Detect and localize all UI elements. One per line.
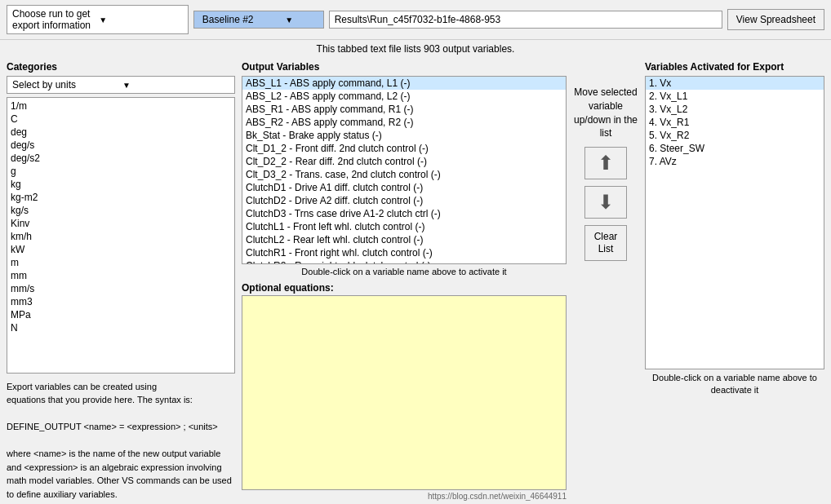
- optional-equations-label: Optional equations:: [242, 279, 567, 295]
- output-variable-item[interactable]: Clt_D2_2 - Rear diff. 2nd clutch control…: [242, 155, 566, 168]
- bottom-left-text: Export variables can be created using eq…: [7, 380, 235, 502]
- category-item[interactable]: deg: [7, 126, 234, 139]
- run-selector-label: Choose run to get export information: [12, 8, 96, 31]
- run-selector-arrow: ▼: [99, 15, 182, 24]
- category-item[interactable]: mm/s: [7, 282, 234, 295]
- move-panel: Move selected variable up/down in the li…: [573, 61, 638, 501]
- category-item[interactable]: Kinv: [7, 217, 234, 230]
- category-item[interactable]: km/h: [7, 230, 234, 243]
- output-variable-item[interactable]: Clt_D1_2 - Front diff. 2nd clutch contro…: [242, 142, 566, 155]
- categories-list: 1/mCdegdeg/sdeg/s2gkgkg-m2kg/sKinvkm/hkW…: [7, 97, 235, 374]
- category-item[interactable]: kg-m2: [7, 191, 234, 204]
- category-item[interactable]: deg/s2: [7, 152, 234, 165]
- category-item[interactable]: kg: [7, 178, 234, 191]
- activated-variable-item[interactable]: 1. Vx: [646, 77, 824, 90]
- category-item[interactable]: g: [7, 165, 234, 178]
- deactivate-hint: Double-click on a variable name above to…: [645, 369, 824, 400]
- output-variable-item[interactable]: ABS_L1 - ABS apply command, L1 (-): [242, 77, 566, 90]
- categories-dropdown-arrow: ▼: [122, 81, 229, 90]
- output-vars-hint: Double-click on a variable name above to…: [242, 264, 567, 279]
- run-selector[interactable]: Choose run to get export information ▼: [7, 5, 189, 34]
- baseline-selector[interactable]: Baseline #2 ▼: [193, 11, 324, 29]
- content-area: Categories Select by units ▼ 1/mCdegdeg/…: [0, 58, 831, 504]
- output-variable-item[interactable]: Bk_Stat - Brake apply status (-): [242, 129, 566, 142]
- categories-dropdown[interactable]: Select by units ▼: [7, 76, 235, 94]
- middle-panel: Output Variables ABS_L1 - ABS apply comm…: [242, 61, 567, 501]
- categories-dropdown-label: Select by units: [12, 79, 119, 91]
- category-item[interactable]: N: [7, 321, 234, 334]
- category-item[interactable]: mm3: [7, 295, 234, 308]
- category-item[interactable]: MPa: [7, 308, 234, 321]
- output-variable-item[interactable]: ClutchD1 - Drive A1 diff. clutch control…: [242, 181, 566, 194]
- baseline-label: Baseline #2: [199, 14, 257, 25]
- up-arrow-icon: ⬆: [598, 152, 614, 175]
- clear-list-button[interactable]: ClearList: [584, 225, 627, 261]
- output-variable-item[interactable]: ClutchL1 - Front left whl. clutch contro…: [242, 220, 566, 233]
- output-variables-title: Output Variables: [242, 61, 567, 73]
- activated-variable-item[interactable]: 6. Steer_SW: [646, 142, 824, 155]
- output-variable-item[interactable]: ABS_R2 - ABS apply command, R2 (-): [242, 116, 566, 129]
- output-variable-item[interactable]: ABS_L2 - ABS apply command, L2 (-): [242, 90, 566, 103]
- output-variable-item[interactable]: ClutchL2 - Rear left whl. clutch control…: [242, 233, 566, 246]
- move-up-button[interactable]: ⬆: [584, 147, 627, 179]
- activated-variable-item[interactable]: 3. Vx_L2: [646, 103, 824, 116]
- results-path: Results\Run_c45f7032-b1fe-4868-953: [329, 11, 722, 29]
- category-item[interactable]: kW: [7, 243, 234, 256]
- output-variable-item[interactable]: ABS_R1 - ABS apply command, R1 (-): [242, 103, 566, 116]
- category-item[interactable]: deg/s: [7, 139, 234, 152]
- right-panel: Variables Activated for Export 1. Vx2. V…: [645, 61, 824, 501]
- scrollbar-hint: https://blog.csdn.net/weixin_46644911: [242, 490, 567, 501]
- main-container: Choose run to get export information ▼ B…: [0, 0, 831, 504]
- move-label: Move selected variable up/down in the li…: [573, 86, 638, 140]
- output-variable-item[interactable]: ClutchR1 - Front right whl. clutch contr…: [242, 246, 566, 259]
- move-down-button[interactable]: ⬇: [584, 186, 627, 219]
- optional-equations-input[interactable]: [242, 295, 567, 490]
- output-variable-item[interactable]: ClutchD3 - Trns case drive A1-2 clutch c…: [242, 207, 566, 220]
- activated-vars-title: Variables Activated for Export: [645, 61, 824, 73]
- activated-vars-list: 1. Vx2. Vx_L13. Vx_L24. Vx_R15. Vx_R26. …: [645, 76, 824, 369]
- category-item[interactable]: kg/s: [7, 204, 234, 217]
- activated-variable-item[interactable]: 7. AVz: [646, 155, 824, 168]
- category-item[interactable]: mm: [7, 269, 234, 282]
- activated-variable-item[interactable]: 5. Vx_R2: [646, 129, 824, 142]
- activated-variable-item[interactable]: 4. Vx_R1: [646, 116, 824, 129]
- top-bar: Choose run to get export information ▼ B…: [0, 0, 831, 40]
- view-spreadsheet-button[interactable]: View Spreadsheet: [727, 9, 824, 30]
- activated-variable-item[interactable]: 2. Vx_L1: [646, 90, 824, 103]
- left-panel: Categories Select by units ▼ 1/mCdegdeg/…: [7, 61, 235, 501]
- baseline-arrow: ▼: [260, 15, 318, 24]
- category-item[interactable]: C: [7, 113, 234, 126]
- output-variable-item[interactable]: Clt_D3_2 - Trans. case, 2nd clutch contr…: [242, 168, 566, 181]
- category-item[interactable]: m: [7, 256, 234, 269]
- categories-title: Categories: [7, 61, 235, 73]
- down-arrow-icon: ⬇: [598, 191, 614, 214]
- output-variable-item[interactable]: ClutchD2 - Drive A2 diff. clutch control…: [242, 194, 566, 207]
- category-item[interactable]: 1/m: [7, 99, 234, 113]
- subtitle: This tabbed text file lists 903 output v…: [0, 40, 831, 58]
- output-variables-list: ABS_L1 - ABS apply command, L1 (-)ABS_L2…: [242, 76, 567, 264]
